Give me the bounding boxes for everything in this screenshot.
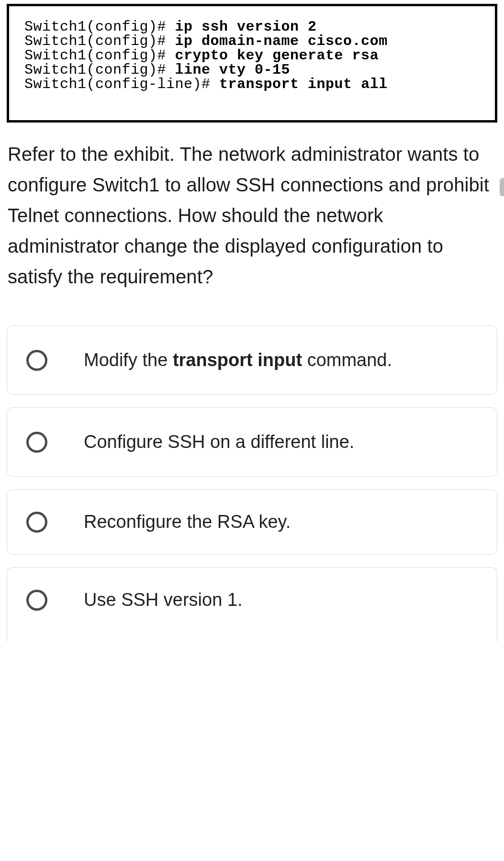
option-label: Configure SSH on a different line. (84, 429, 354, 455)
option-b[interactable]: Configure SSH on a different line. (7, 407, 497, 477)
cli-prompt: Switch1(config)# (24, 33, 175, 49)
cli-prompt: Switch1(config)# (24, 62, 175, 78)
option-label: Reconfigure the RSA key. (84, 509, 291, 535)
exhibit-box: Switch1(config)# ip ssh version 2 Switch… (7, 4, 497, 123)
option-c[interactable]: Reconfigure the RSA key. (7, 489, 497, 555)
cli-command: ip ssh version 2 (175, 19, 317, 35)
options-list: Modify the transport input command. Conf… (0, 292, 504, 642)
cli-line: Switch1(config)# ip ssh version 2 (24, 20, 480, 34)
cli-prompt: Switch1(config)# (24, 47, 175, 64)
cli-line: Switch1(config)# crypto key generate rsa (24, 48, 480, 63)
cli-line: Switch1(config-line)# transport input al… (24, 77, 480, 91)
radio-icon[interactable] (26, 432, 47, 453)
radio-icon[interactable] (26, 350, 47, 371)
option-d[interactable]: Use SSH version 1. (7, 567, 497, 642)
cli-command: transport input all (219, 76, 388, 92)
radio-icon[interactable] (26, 590, 47, 611)
option-label: Use SSH version 1. (84, 587, 243, 613)
cli-command: crypto key generate rsa (175, 47, 379, 64)
cli-line: Switch1(config)# line vty 0-15 (24, 63, 480, 77)
option-label: Modify the transport input command. (84, 347, 392, 373)
cli-prompt: Switch1(config-line)# (24, 76, 219, 92)
scroll-indicator (500, 178, 504, 196)
question-text: Refer to the exhibit. The network admini… (0, 123, 504, 292)
radio-icon[interactable] (26, 512, 47, 533)
cli-line: Switch1(config)# ip domain-name cisco.co… (24, 34, 480, 48)
cli-command: ip domain-name cisco.com (175, 33, 388, 49)
cli-prompt: Switch1(config)# (24, 19, 175, 35)
cli-command: line vty 0-15 (175, 62, 291, 78)
option-a[interactable]: Modify the transport input command. (7, 325, 497, 395)
